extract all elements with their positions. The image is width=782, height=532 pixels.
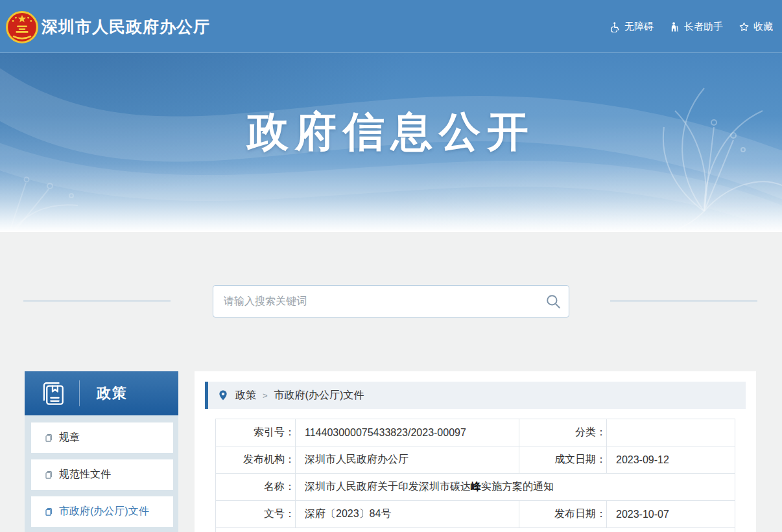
index-number-label: 索引号： [216, 419, 296, 446]
table-row: 发布机构： 深圳市人民政府办公厅 成文日期： 2023-09-12 [216, 446, 735, 474]
sidebar-header-divider [79, 380, 80, 406]
sidebar-header: 政策 [25, 371, 178, 415]
hero-banner: 政府信息公开 [0, 53, 782, 232]
document-meta-table: 索引号： 114403000075433823/2023-00097 分类： 发… [215, 419, 735, 532]
location-pin-icon [217, 389, 229, 401]
elder-assistant-link[interactable]: 长者助手 [669, 21, 723, 33]
national-emblem-logo [5, 10, 39, 44]
sidebar-item-label: 市政府(办公厅)文件 [59, 505, 149, 518]
site-header: 深圳市人民政府办公厅 无障碍 长者助手 收藏 [0, 0, 782, 53]
favorite-label: 收藏 [753, 21, 773, 33]
document-title-prefix: 深圳市人民政府关于印发深圳市碳达 [305, 481, 471, 492]
document-title-suffix: 实施方案的通知 [481, 481, 554, 492]
star-icon [739, 21, 750, 32]
header-utility-links: 无障碍 长者助手 收藏 [610, 0, 773, 53]
sidebar-item-label: 规章 [59, 431, 80, 445]
policy-sidebar: 政策 规章 [25, 371, 178, 532]
book-icon [39, 380, 66, 407]
issuing-agency-value: 深圳市人民政府办公厅 [296, 446, 519, 474]
table-row: 文号： 深府〔2023〕84号 发布日期： 2023-10-07 [216, 501, 735, 528]
page-title: 政府信息公开 [0, 104, 782, 160]
document-title-label: 名称： [216, 474, 296, 501]
document-number-value: 深府〔2023〕84号 [296, 501, 519, 528]
date-published-value: 2023-10-07 [607, 501, 735, 528]
flower-sprig-decoration [0, 150, 130, 232]
issuing-agency-label: 发布机构： [216, 446, 296, 474]
site-title-link[interactable]: 深圳市人民政府办公厅 [41, 0, 210, 53]
document-icon [44, 470, 54, 480]
accessibility-link[interactable]: 无障碍 [610, 21, 654, 33]
sidebar-items: 规章 规范性文件 [25, 415, 178, 527]
search-section [0, 285, 782, 318]
date-published-label: 发布日期： [519, 501, 607, 528]
elder-assistant-label: 长者助手 [684, 21, 723, 33]
sidebar-item-regulations[interactable]: 规章 [31, 422, 173, 453]
search-box [213, 285, 569, 318]
accessibility-icon [610, 21, 621, 32]
accessibility-label: 无障碍 [624, 21, 654, 33]
search-button[interactable] [544, 293, 562, 311]
left-divider-line [23, 301, 171, 301]
sidebar-item-label: 规范性文件 [59, 468, 111, 481]
document-number-label: 文号： [216, 501, 296, 528]
category-value [607, 419, 735, 446]
content-area: 政策 规章 [0, 232, 782, 532]
table-row-partial [216, 528, 735, 532]
favorite-link[interactable]: 收藏 [739, 21, 773, 33]
right-divider-line [610, 301, 757, 301]
sidebar-item-normative-documents[interactable]: 规范性文件 [31, 459, 173, 490]
date-written-label: 成文日期： [519, 446, 607, 474]
table-row-partial-cell [216, 528, 735, 532]
sidebar-item-municipal-documents[interactable]: 市政府(办公厅)文件 [31, 496, 173, 527]
document-icon [44, 433, 54, 443]
breadcrumb-policy[interactable]: 政策 [235, 389, 256, 402]
document-panel: 政策 > 市政府(办公厅)文件 索引号： 114403000075433823/… [195, 371, 756, 532]
breadcrumb: 政策 > 市政府(办公厅)文件 [205, 382, 746, 409]
document-title-highlight: 峰 [471, 481, 481, 492]
breadcrumb-separator: > [263, 391, 268, 400]
table-row: 名称： 深圳市人民政府关于印发深圳市碳达峰实施方案的通知 [216, 474, 735, 501]
breadcrumb-current[interactable]: 市政府(办公厅)文件 [274, 389, 364, 402]
main-layout: 政策 规章 [0, 371, 782, 532]
table-row: 索引号： 114403000075433823/2023-00097 分类： [216, 419, 735, 446]
document-title-value: 深圳市人民政府关于印发深圳市碳达峰实施方案的通知 [296, 474, 735, 501]
search-input[interactable] [213, 286, 569, 317]
sidebar-header-title: 政策 [97, 384, 128, 403]
date-written-value: 2023-09-12 [607, 446, 735, 474]
document-icon [44, 507, 54, 516]
search-icon [545, 293, 562, 310]
elder-assistant-icon [669, 21, 680, 32]
index-number-value: 114403000075433823/2023-00097 [296, 419, 519, 446]
category-label: 分类： [519, 419, 607, 446]
